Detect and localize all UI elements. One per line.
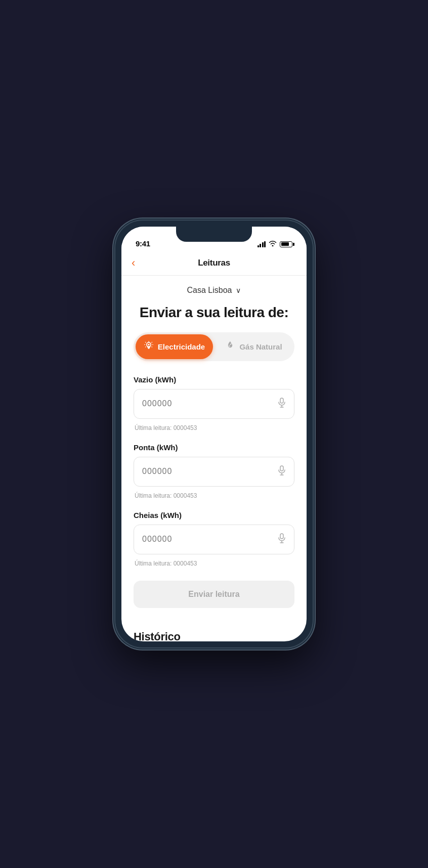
energy-type-toggle: Electricidade Gás Natural: [134, 332, 294, 361]
last-reading-cheias: Última leitura: 0000453: [135, 560, 197, 567]
tab-electricidade-label: Electricidade: [158, 342, 205, 351]
main-heading: Enviar a sua leitura de:: [134, 304, 294, 321]
field-cheias-label: Cheias (kWh): [134, 511, 294, 519]
back-button[interactable]: ‹: [132, 257, 135, 269]
tab-gas-label: Gás Natural: [239, 342, 282, 351]
status-icons: [258, 240, 293, 248]
page-header: ‹ Leituras: [121, 252, 307, 276]
submit-button[interactable]: Enviar leitura: [134, 581, 294, 608]
history-section: Histórico: [121, 630, 307, 641]
input-ponta[interactable]: [142, 467, 278, 476]
flame-icon: [225, 340, 235, 353]
wifi-icon: [269, 240, 277, 248]
status-time: 9:41: [136, 239, 150, 248]
mic-icon-vazio[interactable]: [278, 398, 286, 410]
location-name: Casa Lisboa: [187, 286, 232, 295]
tab-gas[interactable]: Gás Natural: [215, 334, 292, 359]
input-cheias-wrapper[interactable]: [134, 525, 294, 554]
input-cheias[interactable]: [142, 535, 278, 544]
svg-rect-2: [280, 398, 283, 403]
svg-rect-8: [280, 534, 283, 539]
signal-icon: [258, 241, 266, 247]
field-cheias: Cheias (kWh) Última leitura: 00: [134, 511, 294, 568]
field-ponta: Ponta (kWh) Última leitura: 000: [134, 443, 294, 500]
svg-rect-5: [280, 466, 283, 471]
field-vazio: Vazio (kWh) Última leitura: 000: [134, 375, 294, 432]
last-reading-ponta: Última leitura: 0000453: [135, 492, 197, 499]
input-vazio-wrapper[interactable]: [134, 389, 294, 419]
mic-icon-ponta[interactable]: [278, 465, 286, 478]
last-reading-vazio: Última leitura: 0000453: [135, 424, 197, 431]
location-selector[interactable]: Casa Lisboa ∨: [134, 286, 294, 295]
bulb-icon: [144, 340, 154, 353]
svg-point-1: [148, 343, 149, 345]
battery-icon: [280, 241, 292, 247]
input-ponta-wrapper[interactable]: [134, 457, 294, 487]
main-scroll-content[interactable]: Casa Lisboa ∨ Enviar a sua leitura de:: [121, 276, 307, 641]
history-title: Histórico: [134, 630, 294, 641]
tab-electricidade[interactable]: Electricidade: [136, 334, 213, 359]
mic-icon-cheias[interactable]: [278, 533, 286, 546]
chevron-down-icon: ∨: [236, 286, 241, 294]
page-title: Leituras: [198, 258, 230, 268]
field-vazio-label: Vazio (kWh): [134, 375, 294, 384]
input-vazio[interactable]: [142, 399, 278, 408]
field-ponta-label: Ponta (kWh): [134, 443, 294, 452]
